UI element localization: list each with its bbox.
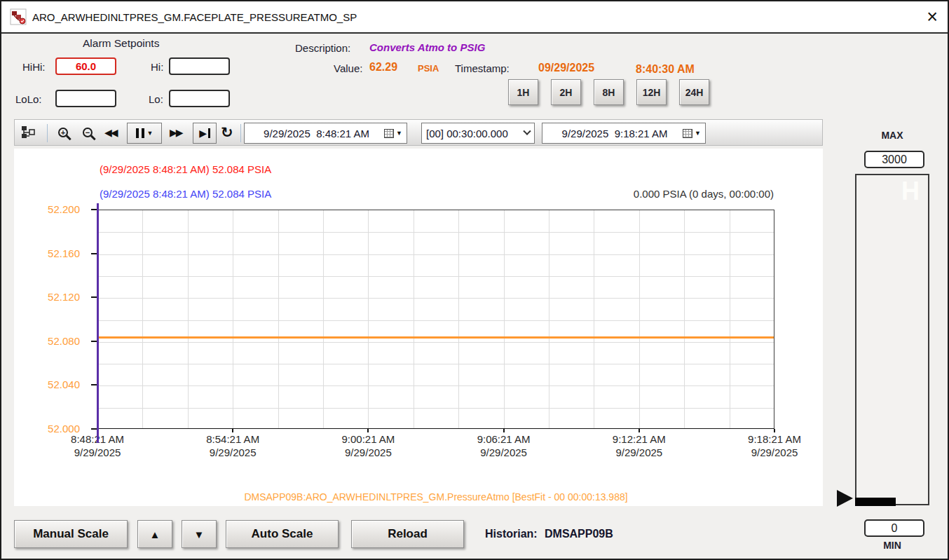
h-gridline [97,408,774,409]
description-value: Converts Atmo to PSIG [369,41,485,53]
scale-down-button[interactable]: ▼ [182,520,217,548]
h-gridline [97,254,774,255]
annotation-blue: (9/29/2025 8:48:21 AM) 52.084 PSIA [100,188,271,200]
h-gridline [97,342,774,343]
toolbar-separator [47,124,48,142]
trend-line [97,336,774,339]
end-datetime-value: 9/29/2025 9:18:21 AM [547,128,683,139]
pause-icon [142,128,144,138]
gauge-fill-level [855,498,896,506]
v-gridline [368,210,369,428]
gauge-max-value[interactable]: 3000 [864,151,924,168]
range-button-2h[interactable]: 2H [551,79,581,105]
gauge-h-marker: H [901,177,920,206]
x-tick-label: 9:18:21 AM9/29/2025 [722,432,827,459]
h-gridline [97,276,774,277]
lolo-label: LoLo: [15,93,42,105]
alarm-setpoints-heading: Alarm Setpoints [83,37,159,50]
v-gridline [414,210,414,428]
tag-browser-icon[interactable] [20,120,36,145]
lo-input[interactable] [169,90,230,107]
historian-label: Historian: [485,528,538,540]
hihi-label: HiHi: [22,61,46,73]
zoom-in-icon[interactable]: + [58,120,68,145]
trend-toolbar: + − ◀◀ ▼ ▶▶ ▶ ↻ 9/29/2025 8:48:21 AM ▼ [… [14,119,823,146]
trend-app-icon [10,8,27,25]
gauge-min-value[interactable]: 0 [864,519,924,537]
v-gridline [278,210,279,428]
end-datetime-picker[interactable]: 9/29/2025 9:18:21 AM ▼ [542,123,706,144]
h-gridline [97,232,774,233]
rewind-icon[interactable]: ◀◀ [104,120,117,145]
zoom-out-icon[interactable]: − [83,120,93,145]
value-number: 62.29 [369,61,397,74]
calendar-icon[interactable] [384,129,394,138]
x-tick-label: 9:06:21 AM9/29/2025 [451,432,557,459]
end-dropdown-icon[interactable]: ▼ [695,130,701,137]
reload-button[interactable]: Reload [351,520,464,548]
range-button-1h[interactable]: 1H [508,79,538,105]
window-title: ARO_ARWHEDINLTPRES_GM.FACEPLATE_PRESSURE… [32,11,357,23]
pause-dropdown-icon[interactable]: ▼ [147,130,153,137]
h-gridline [97,298,774,299]
timestamp-date: 09/29/2025 [538,62,594,74]
start-dropdown-icon[interactable]: ▼ [396,130,402,137]
x-tick-label: 9:12:21 AM9/29/2025 [587,432,692,459]
v-gridline [323,210,324,428]
title-bar: ARO_ARWHEDINLTPRES_GM.FACEPLATE_PRESSURE… [1,1,948,34]
scale-up-button[interactable]: ▲ [137,520,172,548]
refresh-icon[interactable]: ↻ [221,120,233,145]
v-gridline [730,210,730,428]
h-gridline [97,364,774,364]
v-gridline [458,210,459,428]
pause-icon [136,128,139,138]
annotation-red: (9/29/2025 8:48:21 AM) 52.084 PSIA [100,163,271,175]
hihi-input[interactable] [55,57,116,75]
v-gridline [188,210,189,428]
y-tick-label: 52.040 [29,378,80,390]
v-gridline [233,210,233,428]
plot-area[interactable] [97,210,774,429]
v-gridline [142,210,143,428]
cursor-line[interactable] [97,203,99,443]
x-tick-label: 8:54:21 AM9/29/2025 [180,432,285,459]
range-buttons: 1H2H8H12H24H [508,79,709,105]
calendar-icon[interactable] [683,129,692,138]
y-tick-label: 52.200 [29,203,80,215]
duration-combobox[interactable]: [00] 00:30:00.000 [421,123,535,144]
range-button-12h[interactable]: 12H [636,79,667,105]
h-gridline [97,320,774,321]
h-gridline [97,385,774,386]
lolo-input[interactable] [55,90,116,107]
annotation-delta: 0.000 PSIA (0 days, 00:00:00) [634,188,774,200]
start-datetime-picker[interactable]: 9/29/2025 8:48:21 AM ▼ [244,123,407,144]
end-bar-icon [208,128,210,138]
timestamp-label: Timestamp: [455,62,510,74]
y-tick-label: 52.160 [29,247,80,259]
duration-value: [00] 00:30:00.000 [426,128,524,139]
v-gridline [594,210,594,428]
close-icon[interactable]: × [927,6,938,28]
pause-control[interactable]: ▼ [127,123,162,144]
v-gridline [549,210,549,428]
chevron-down-icon[interactable] [523,128,531,135]
manual-scale-button[interactable]: Manual Scale [14,520,128,548]
gauge-min-label: MIN [855,540,929,551]
start-datetime-value: 9/29/2025 8:48:21 AM [249,128,384,139]
v-gridline [639,210,640,428]
timestamp-time: 8:40:30 AM [636,63,695,76]
auto-scale-button[interactable]: Auto Scale [226,520,339,548]
chart-panel: (9/29/2025 8:48:21 AM) 52.084 PSIA (9/29… [14,149,823,506]
go-to-end-control[interactable]: ▶ [193,123,217,144]
range-button-8h[interactable]: 8H [594,79,624,105]
x-tick-label: 9:00:21 AM9/29/2025 [315,432,421,459]
historian-value: DMSAPP09B [545,528,613,540]
lo-label: Lo: [149,93,163,105]
faceplate-window: ARO_ARWHEDINLTPRES_GM.FACEPLATE_PRESSURE… [0,0,949,560]
gauge-bar: H [855,174,929,505]
range-button-24h[interactable]: 24H [679,79,709,105]
y-tick-label: 52.080 [29,335,80,347]
fast-forward-icon[interactable]: ▶▶ [170,120,182,145]
hi-input[interactable] [169,57,230,75]
gauge-pointer-icon [837,490,853,507]
